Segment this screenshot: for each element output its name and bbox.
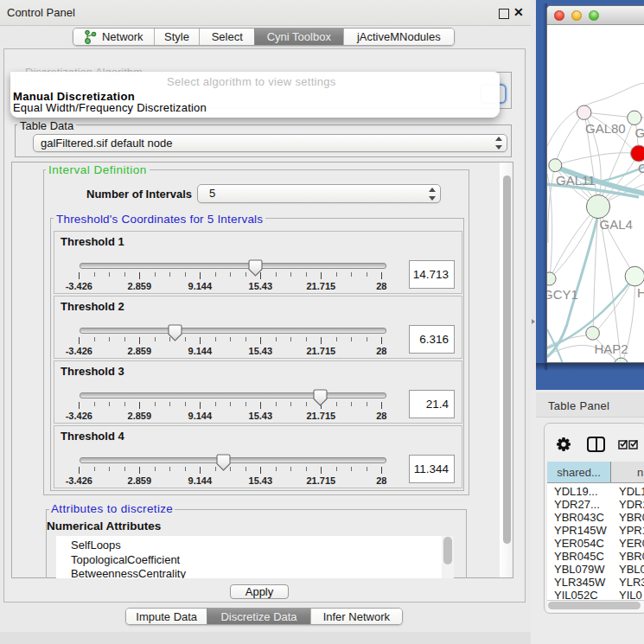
svg-text:H: H	[637, 285, 644, 300]
svg-text:HAP2: HAP2	[595, 341, 628, 356]
svg-text:GAL4: GAL4	[600, 217, 633, 232]
svg-text:GAL11: GAL11	[556, 173, 596, 188]
svg-text:GCY1: GCY1	[547, 287, 578, 302]
svg-text:GAL80: GAL80	[585, 121, 626, 136]
svg-text:C: C	[638, 161, 644, 175]
svg-text:GA: GA	[635, 125, 644, 140]
